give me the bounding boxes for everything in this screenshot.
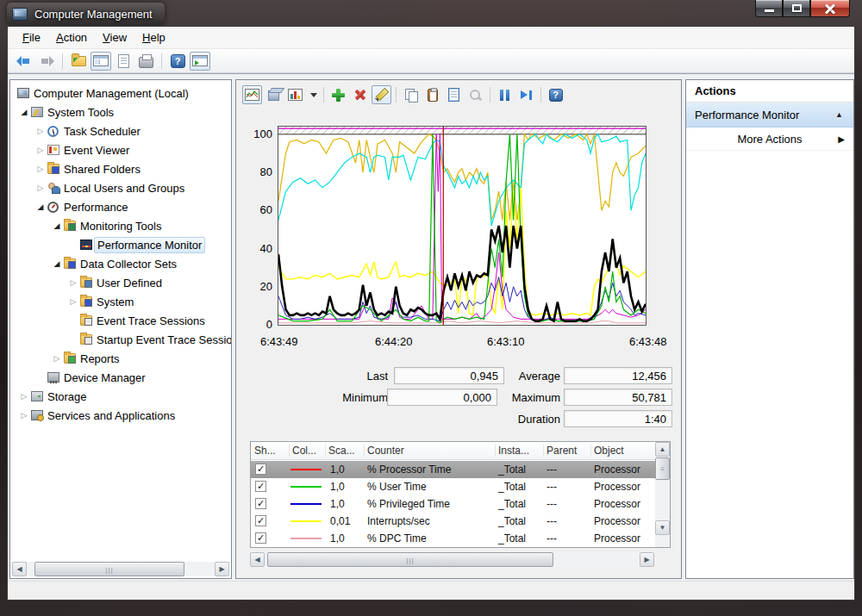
tree-item-label[interactable]: Performance Monitor — [94, 237, 205, 253]
tree-collapse-icon[interactable]: ◢ — [53, 221, 61, 230]
column-separator[interactable] — [590, 444, 591, 457]
scroll-right-icon[interactable]: ▶ — [640, 552, 654, 567]
tree-expand-icon[interactable]: ▷ — [20, 392, 28, 401]
tree-item-data-collector-sets[interactable]: ◢Data Collector Sets — [10, 254, 231, 273]
tree-item-label[interactable]: Local Users and Groups — [61, 181, 187, 196]
update-data-step-icon[interactable] — [516, 85, 536, 104]
tree-item-label[interactable]: User Defined — [94, 276, 165, 290]
tree-item-label[interactable]: System — [94, 295, 136, 309]
view-current-activity-chart-icon[interactable] — [242, 85, 262, 104]
back-arrow-icon[interactable] — [14, 52, 34, 71]
tree-item-system-tools[interactable]: ◢System Tools — [10, 103, 231, 121]
tree-item-label[interactable]: Task Scheduler — [61, 124, 143, 139]
tree-item-label[interactable]: Startup Event Trace Sessions — [94, 333, 232, 347]
counter-row[interactable]: ✓0,01Interrupts/sec_Total---Processor — [251, 513, 655, 530]
tree-collapse-icon[interactable]: ◢ — [36, 202, 45, 211]
menu-file[interactable]: File — [15, 28, 48, 47]
show-checkbox[interactable]: ✓ — [255, 464, 266, 475]
column-header[interactable]: Sca... — [328, 445, 355, 457]
print-icon[interactable] — [135, 52, 156, 71]
freeze-display-pause-icon[interactable] — [495, 85, 515, 104]
tree-item-label[interactable]: Storage — [45, 389, 90, 404]
tree-item-label[interactable]: Monitoring Tools — [78, 219, 164, 233]
tree-scroll-thumb[interactable]: ||| — [34, 562, 184, 576]
show-checkbox[interactable]: ✓ — [255, 498, 266, 509]
properties-doc-icon[interactable] — [444, 85, 464, 104]
add-counter-plus-icon[interactable] — [328, 85, 348, 104]
counter-list-header[interactable]: Sh...Col...Sca...CounterInsta...ParentOb… — [251, 442, 655, 460]
tree-item-startup-event-trace-sessions[interactable]: Startup Event Trace Sessions — [10, 330, 231, 349]
tree-item-label[interactable]: Event Trace Sessions — [94, 314, 208, 328]
scroll-down-icon[interactable]: ▼ — [655, 520, 670, 535]
performance-chart[interactable] — [278, 126, 646, 326]
counter-row[interactable]: ✓1,0% User Time_Total---Processor — [251, 478, 655, 495]
tree-item-performance-monitor[interactable]: Performance Monitor — [10, 235, 231, 254]
tree-item-label[interactable]: Reports — [78, 352, 122, 366]
tree-item-label[interactable]: Shared Folders — [61, 162, 143, 177]
scroll-left-icon[interactable]: ◀ — [12, 562, 27, 576]
counter-row[interactable]: ✓1,0% DPC Time_Total---Processor — [251, 530, 655, 547]
scroll-up-icon[interactable]: ▲ — [655, 442, 670, 457]
counter-scroll-thumb[interactable]: ≡ — [655, 457, 670, 480]
view-log-data-cube-icon[interactable] — [264, 85, 284, 104]
tree-item-services-and-applications[interactable]: ▷Services and Applications — [10, 406, 231, 425]
tree-item-label[interactable]: Device Manager — [61, 370, 148, 385]
column-header[interactable]: Col... — [292, 445, 316, 457]
zoom-magnifier-icon[interactable] — [465, 85, 485, 104]
tree-collapse-icon[interactable]: ◢ — [53, 259, 61, 268]
tree-item-local-users-and-groups[interactable]: ▷Local Users and Groups — [10, 178, 231, 197]
menu-action[interactable]: Action — [48, 28, 95, 47]
tree-item-event-trace-sessions[interactable]: Event Trace Sessions — [10, 311, 231, 330]
counter-row[interactable]: ✓1,0% Privileged Time_Total---Processor — [251, 495, 655, 513]
column-separator[interactable] — [495, 444, 496, 457]
menu-help[interactable]: Help — [134, 28, 173, 47]
menu-view[interactable]: View — [95, 28, 134, 47]
tree-expand-icon[interactable]: ▷ — [69, 297, 78, 306]
tree-item-shared-folders[interactable]: ▷Shared Folders — [10, 159, 231, 178]
column-separator[interactable] — [325, 444, 326, 457]
column-header[interactable]: Parent — [547, 445, 577, 457]
close-button[interactable] — [810, 0, 850, 17]
column-separator[interactable] — [543, 444, 544, 457]
properties-doc-icon[interactable] — [113, 52, 134, 71]
tree-item-label[interactable]: Data Collector Sets — [78, 257, 179, 271]
tree-item-reports[interactable]: ▷Reports — [10, 349, 231, 368]
tree-expand-icon[interactable]: ▷ — [20, 411, 28, 420]
tree-item-system[interactable]: ▷System — [10, 292, 231, 311]
export-list-folder-icon[interactable] — [68, 52, 89, 71]
tree-item-performance[interactable]: ◢Performance — [10, 197, 231, 216]
minimize-button[interactable] — [755, 0, 783, 17]
maximize-button[interactable] — [783, 0, 810, 17]
toggle-action-pane-window-icon[interactable] — [190, 52, 210, 71]
show-checkbox[interactable]: ✓ — [255, 481, 266, 492]
counter-list-vertical-scrollbar[interactable]: ▲ ▼ ≡ — [655, 442, 670, 547]
change-graph-type-histogram-icon[interactable] — [285, 85, 305, 104]
tree-item-computer-management-local[interactable]: Computer Management (Local) — [10, 84, 231, 103]
tree-item-monitoring-tools[interactable]: ◢Monitoring Tools — [10, 216, 231, 235]
forward-arrow-icon[interactable] — [36, 52, 57, 71]
tree-item-label[interactable]: System Tools — [45, 105, 116, 120]
tree-item-label[interactable]: Event Viewer — [61, 143, 132, 158]
counter-row[interactable]: ✓1,0% Processor Time_Total---Processor — [251, 461, 655, 478]
tree-horizontal-scrollbar[interactable]: ◀ ▶ ||| — [12, 562, 229, 576]
tree-expand-icon[interactable]: ▷ — [36, 184, 45, 192]
tree-item-label[interactable]: Services and Applications — [45, 408, 178, 423]
column-header[interactable]: Sh... — [254, 445, 276, 457]
show-checkbox[interactable]: ✓ — [255, 532, 266, 544]
actions-group-performance-monitor[interactable]: Performance Monitor ▲ — [686, 103, 853, 128]
copy-properties-icon[interactable] — [401, 85, 421, 104]
tree-expand-icon[interactable]: ▷ — [53, 354, 61, 363]
show-checkbox[interactable]: ✓ — [255, 515, 266, 526]
column-separator[interactable] — [289, 444, 290, 457]
column-separator[interactable] — [364, 444, 365, 457]
tree-item-device-manager[interactable]: Device Manager — [10, 368, 231, 387]
counter-list-horizontal-scrollbar[interactable]: ◀ ▶ ||| — [250, 552, 654, 567]
scroll-left-icon[interactable]: ◀ — [250, 552, 265, 567]
help-icon[interactable]: ? — [167, 52, 188, 71]
tree-collapse-icon[interactable]: ◢ — [20, 108, 28, 116]
scroll-right-icon[interactable]: ▶ — [215, 562, 229, 576]
highlight-pen-icon[interactable] — [372, 85, 391, 104]
help-icon[interactable]: ? — [546, 85, 565, 104]
tree-item-user-defined[interactable]: ▷User Defined — [10, 273, 231, 292]
paste-counter-list-icon[interactable] — [422, 85, 442, 104]
